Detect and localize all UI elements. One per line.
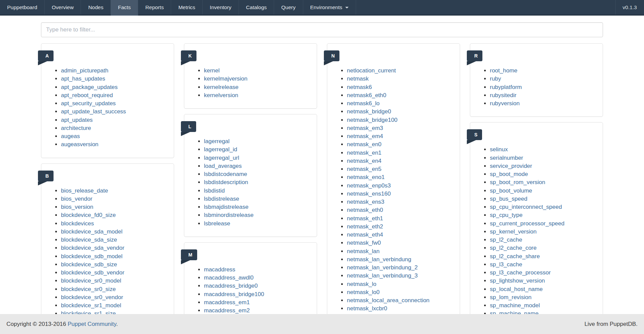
fact-link[interactable]: netmask_ens3 (347, 199, 385, 205)
fact-link[interactable]: sp_current_processor_speed (490, 220, 564, 227)
fact-link[interactable]: lsbdistid (204, 187, 225, 194)
fact-link[interactable]: blockdevice_sda_model (61, 228, 122, 235)
filter-input[interactable] (41, 22, 603, 37)
nav-item-overview[interactable]: Overview (45, 0, 81, 16)
fact-link[interactable]: lsbdistdescription (204, 179, 248, 185)
fact-link[interactable]: netmask_eno1 (347, 174, 385, 180)
fact-link[interactable]: blockdevice_sdb_size (61, 261, 117, 268)
fact-link[interactable]: macaddress_bridge0 (204, 283, 258, 289)
fact-link[interactable]: sp_l2_cache (490, 237, 522, 243)
fact-link[interactable]: kernelmajversion (204, 75, 248, 82)
fact-link[interactable]: rubysitedir (490, 92, 516, 98)
fact-link[interactable]: kernelversion (204, 92, 238, 98)
fact-link[interactable]: netmask_lan_verbindung (347, 256, 411, 263)
fact-link[interactable]: netlocation_current (347, 67, 396, 74)
fact-link[interactable]: apt_updates (61, 117, 93, 123)
fact-link[interactable]: macaddress_em1 (204, 299, 250, 306)
fact-link[interactable]: netmask_lxcbr0 (347, 305, 387, 312)
fact-link[interactable]: sp_machine_model (490, 302, 540, 309)
fact-link[interactable]: sp_lightshow_version (490, 277, 545, 284)
fact-link[interactable]: serialnumber (490, 155, 523, 161)
fact-link[interactable]: sp_boot_mode (490, 171, 528, 177)
fact-link[interactable]: blockdevice_sdb_model (61, 253, 122, 260)
fact-link[interactable]: augeasversion (61, 141, 99, 148)
nav-item-facts[interactable]: Facts (111, 0, 138, 16)
fact-link[interactable]: netmask_en5 (347, 166, 381, 172)
fact-link[interactable]: netmask_eth0 (347, 207, 383, 213)
fact-link[interactable]: kernel (204, 67, 220, 74)
fact-link[interactable]: netmask (347, 75, 369, 82)
fact-link[interactable]: lsbminordistrelease (204, 212, 253, 218)
fact-link[interactable]: netmask_bridge100 (347, 117, 397, 123)
fact-link[interactable]: blockdevice_sr0_model (61, 277, 121, 284)
fact-link[interactable]: macaddress_awdl0 (204, 274, 253, 281)
nav-item-reports[interactable]: Reports (138, 0, 171, 16)
fact-link[interactable]: load_averages (204, 163, 242, 169)
fact-link[interactable]: architecture (61, 125, 91, 131)
fact-link[interactable]: sp_lom_revision (490, 294, 532, 300)
fact-link[interactable]: sp_bus_speed (490, 196, 527, 202)
fact-link[interactable]: service_provider (490, 163, 532, 169)
fact-link[interactable]: apt_security_updates (61, 100, 116, 107)
fact-link[interactable]: bios_version (61, 204, 93, 210)
fact-link[interactable]: sp_cpu_interconnect_speed (490, 204, 562, 210)
fact-link[interactable]: kernelrelease (204, 84, 238, 90)
nav-item-metrics[interactable]: Metrics (171, 0, 203, 16)
fact-link[interactable]: netmask_ens160 (347, 191, 391, 197)
fact-link[interactable]: apt_has_updates (61, 75, 105, 82)
nav-item-catalogs[interactable]: Catalogs (239, 0, 274, 16)
nav-item-nodes[interactable]: Nodes (81, 0, 111, 16)
fact-link[interactable]: lsbdistcodename (204, 171, 247, 177)
fact-link[interactable]: netmask6_lo (347, 100, 379, 107)
fact-link[interactable]: bios_vendor (61, 196, 92, 202)
fact-link[interactable]: admin_picturepath (61, 67, 108, 74)
fact-link[interactable]: netmask6 (347, 84, 372, 90)
fact-link[interactable]: blockdevice_sr0_size (61, 286, 116, 292)
fact-link[interactable]: netmask_en0 (347, 141, 381, 148)
nav-item-environments[interactable]: Environments (303, 0, 356, 16)
fact-link[interactable]: netmask_en1 (347, 150, 381, 156)
puppet-community-link[interactable]: Puppet Community (68, 321, 116, 327)
fact-link[interactable]: netmask_eth2 (347, 223, 383, 230)
fact-link[interactable]: sp_kernel_version (490, 228, 537, 235)
fact-link[interactable]: netmask_bridge0 (347, 108, 391, 115)
fact-link[interactable]: bios_release_date (61, 187, 108, 194)
fact-link[interactable]: netmask_lan_verbindung_2 (347, 264, 418, 271)
fact-link[interactable]: root_home (490, 67, 517, 74)
fact-link[interactable]: netmask_lan (347, 248, 379, 254)
fact-link[interactable]: lsbrelease (204, 220, 230, 227)
fact-link[interactable]: netmask_lo (347, 281, 376, 287)
fact-link[interactable]: blockdevice_sr0_vendor (61, 294, 123, 300)
fact-link[interactable]: lagerregal_id (204, 146, 237, 153)
fact-link[interactable]: apt_package_updates (61, 84, 118, 90)
fact-link[interactable]: netmask_en4 (347, 158, 381, 164)
fact-link[interactable]: netmask_lan_verbindung_3 (347, 272, 418, 279)
fact-link[interactable]: blockdevice_sdb_vendor (61, 269, 124, 276)
fact-link[interactable]: sp_boot_volume (490, 187, 532, 194)
fact-link[interactable]: rubyversion (490, 100, 520, 107)
fact-link[interactable]: netmask_eth1 (347, 215, 383, 222)
fact-link[interactable]: lagerregal (204, 138, 230, 144)
fact-link[interactable]: apt_reboot_required (61, 92, 113, 98)
fact-link[interactable]: rubyplatform (490, 84, 522, 90)
fact-link[interactable]: blockdevices (61, 220, 94, 227)
fact-link[interactable]: blockdevice_sda_vendor (61, 245, 124, 251)
fact-link[interactable]: netmask_eth4 (347, 231, 383, 238)
fact-link[interactable]: apt_update_last_success (61, 108, 126, 115)
fact-link[interactable]: sp_l3_cache_processor (490, 269, 551, 276)
fact-link[interactable]: macaddress (204, 266, 235, 273)
fact-link[interactable]: lagerregal_url (204, 155, 239, 161)
fact-link[interactable]: sp_boot_rom_version (490, 179, 545, 185)
fact-link[interactable]: netmask_em4 (347, 133, 383, 139)
fact-link[interactable]: netmask_local_area_connection (347, 297, 430, 304)
fact-link[interactable]: netmask_enp0s3 (347, 182, 391, 189)
fact-link[interactable]: ruby (490, 75, 501, 82)
fact-link[interactable]: blockdevice_sr1_model (61, 302, 121, 309)
fact-link[interactable]: lsbdistrelease (204, 196, 239, 202)
fact-link[interactable]: sp_cpu_type (490, 212, 522, 218)
fact-link[interactable]: augeas (61, 133, 80, 139)
fact-link[interactable]: lsbmajdistrelease (204, 204, 248, 210)
fact-link[interactable]: blockdevice_sda_size (61, 237, 117, 243)
fact-link[interactable]: netmask6_eth0 (347, 92, 386, 98)
fact-link[interactable]: selinux (490, 146, 508, 153)
